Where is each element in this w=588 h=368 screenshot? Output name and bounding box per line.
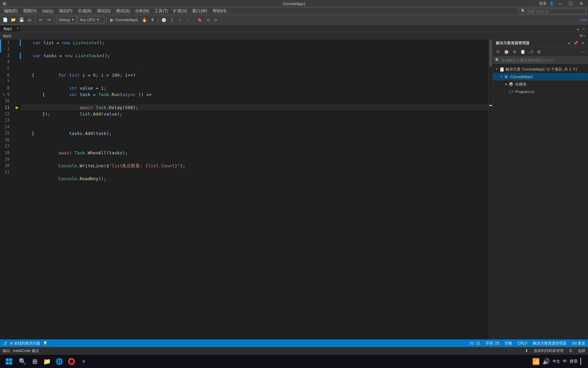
search-box[interactable]: 🔍 (519, 8, 587, 14)
undo-button[interactable]: ↩ (37, 16, 45, 24)
pause-button[interactable]: ⏸ (149, 16, 156, 24)
breadcrumb-right: ⊞ + (579, 33, 585, 38)
git-branch-icon[interactable]: ⎇ (3, 341, 7, 346)
hot-reload-button[interactable]: 🔥 (141, 16, 148, 24)
project-expand-icon: ▼ (499, 75, 504, 78)
nav-back-button[interactable]: ◁ (204, 16, 211, 24)
open-file-button[interactable]: 📂 (10, 16, 17, 24)
code-line-14: tasks.Add(task); (21, 124, 489, 130)
git-changes-link[interactable]: Git 更改 (572, 341, 585, 346)
search-input[interactable] (527, 9, 584, 13)
menu-project[interactable]: 项目(P) (56, 7, 75, 15)
platform-dropdown[interactable]: Any CPU ▼ (77, 16, 104, 24)
tree-project[interactable]: ▼ 🖥 ConsoleApp1 (493, 73, 588, 80)
menu-help[interactable]: 帮助(H) (210, 7, 229, 15)
person-icon[interactable]: 👤 (549, 1, 554, 6)
run-button[interactable]: ▶ ConsoleApp1 (108, 16, 140, 24)
play-icon: ▶ (110, 17, 114, 22)
login-button[interactable]: 登录 (539, 1, 546, 6)
live-share-label[interactable]: Live (580, 18, 587, 22)
solution-more-button[interactable]: ⋯ (579, 48, 587, 56)
scrollbar-thumb[interactable] (489, 40, 492, 67)
menu-debug[interactable]: 调试(D) (94, 7, 114, 15)
taskbar-files-button[interactable]: 📁 (41, 355, 53, 368)
editor-split-button[interactable]: ⊞ (579, 33, 583, 38)
tree-program-cs[interactable]: C# Program.cs (493, 88, 588, 95)
char-position: 字符: 25 (486, 341, 499, 346)
tab-expand-button[interactable]: + (581, 26, 587, 32)
tree-deps[interactable]: ▶ 📦 依赖项 (493, 80, 588, 88)
select-label[interactable]: 选择 (578, 348, 585, 353)
redo-button[interactable]: ↪ (45, 16, 53, 24)
editor-expand-button[interactable]: + (583, 34, 585, 38)
gutter: ▶ (14, 40, 20, 339)
tray-volume-icon[interactable]: 🔊 (542, 358, 550, 365)
add-code-label[interactable]: 添加到代码库管理 (534, 348, 564, 353)
solution-close-button[interactable]: ✕ (580, 41, 585, 46)
tray-show-desktop-icon[interactable]: ▏ (581, 358, 585, 365)
bp-button[interactable]: ⬤ (160, 16, 167, 24)
solution-collapse-button[interactable]: ◂ (566, 41, 572, 46)
solution-expand-icon: ▼ (494, 67, 499, 71)
solution-git-button[interactable]: ⎇ (527, 48, 535, 56)
platform-chevron-icon: ▼ (97, 18, 100, 21)
step-over-button[interactable]: ⤵ (168, 16, 176, 24)
menu-view[interactable]: 视图(V) (20, 7, 39, 15)
title-bar: ▦ ConsoleApp1 登录 👤 ─ ☐ ✕ (0, 0, 588, 7)
maximize-button[interactable]: ☐ (567, 1, 575, 6)
intelli-label[interactable]: IntelliCode 建议 (13, 348, 39, 353)
close-button[interactable]: ✕ (577, 1, 585, 6)
solution-home-button[interactable]: 🏠 (503, 48, 510, 56)
tab-collapse-button[interactable]: ◂ (575, 26, 581, 32)
step-into-button[interactable]: ↓ (176, 16, 184, 24)
solution-search[interactable]: 🔍 (493, 57, 588, 64)
menu-analyze[interactable]: 分析(N) (132, 7, 152, 15)
solution-filter-button[interactable]: ⚙ (511, 48, 518, 56)
menu-git[interactable]: Git(G) (39, 8, 56, 14)
deps-icon: 📦 (509, 82, 514, 87)
menu-build[interactable]: 生成(B) (75, 7, 94, 15)
tab-app1-close[interactable]: ✕ (16, 27, 19, 30)
title-bar-right[interactable]: 登录 👤 ─ ☐ ✕ (539, 1, 585, 6)
windows-button[interactable] (3, 355, 15, 368)
code-content[interactable]: var list = new List<int>(); var tasks = … (20, 40, 489, 339)
menu-extensions[interactable]: 扩展(X) (170, 7, 190, 15)
ln-12: 12 (1, 111, 12, 117)
output-label[interactable]: 输出 (3, 348, 10, 353)
menu-edit[interactable]: 编辑(E) (1, 7, 20, 15)
step-out-button[interactable]: ↑ (184, 16, 192, 24)
minimize-button[interactable]: ─ (557, 1, 564, 6)
taskbar-edge-button[interactable]: 🌐 (53, 355, 65, 368)
editor-scrollbar[interactable] (489, 40, 493, 339)
save-button[interactable]: 💾 (18, 16, 25, 24)
new-file-button[interactable]: 📄 (1, 16, 9, 24)
taskbar-vs-button[interactable]: ♦ (78, 355, 90, 368)
save-all-button[interactable]: 🗂 (26, 16, 33, 24)
taskbar-taskview-button[interactable]: ⊞ (29, 355, 41, 368)
bookmark-button[interactable]: 🔖 (196, 16, 203, 24)
ln-16: 16 (1, 137, 12, 143)
taskbar-chrome-button[interactable]: ⭕ (65, 355, 78, 368)
solution-search-input[interactable] (501, 58, 586, 62)
menu-test[interactable]: 测试(S) (113, 7, 132, 15)
tray-clock[interactable]: 中文 (553, 359, 560, 364)
taskbar-search-button[interactable]: 🔍 (16, 355, 29, 368)
error-indicator[interactable]: ⊘ 未找到相关问题 (10, 341, 40, 346)
menu-tools[interactable]: 工具(T) (152, 7, 170, 15)
taskbar-edge-icon: 🌐 (55, 358, 63, 365)
tray-ime-indicator[interactable]: 中 (563, 358, 567, 364)
solution-pin-button[interactable]: 📌 (573, 41, 578, 46)
solution-show-all-button[interactable]: 📋 (519, 48, 526, 56)
tree-solution-root[interactable]: ▼ 📋 解决方案 'ConsoleApp1' (1 个项目, 共 1 个) (493, 65, 588, 73)
solution-expand-button[interactable]: ⊞ (535, 48, 543, 56)
debug-config-dropdown[interactable]: Debug ▼ (56, 16, 77, 24)
tab-app1[interactable]: App1 ✕ (0, 25, 21, 32)
solution-sync-button[interactable]: ⟳ (494, 48, 502, 56)
tab-strip: App1 ✕ ◂ + (0, 25, 588, 32)
tray-network-icon[interactable]: 📶 (532, 358, 540, 365)
title-app-icon: ▦ (3, 1, 6, 6)
tray-pinyin-indicator[interactable]: 拼音 (570, 358, 578, 364)
solution-explorer-link[interactable]: 解决方案资源管理器 (533, 341, 567, 346)
nav-forward-button[interactable]: ▷ (212, 16, 219, 24)
menu-window[interactable]: 窗口(W) (190, 7, 210, 15)
